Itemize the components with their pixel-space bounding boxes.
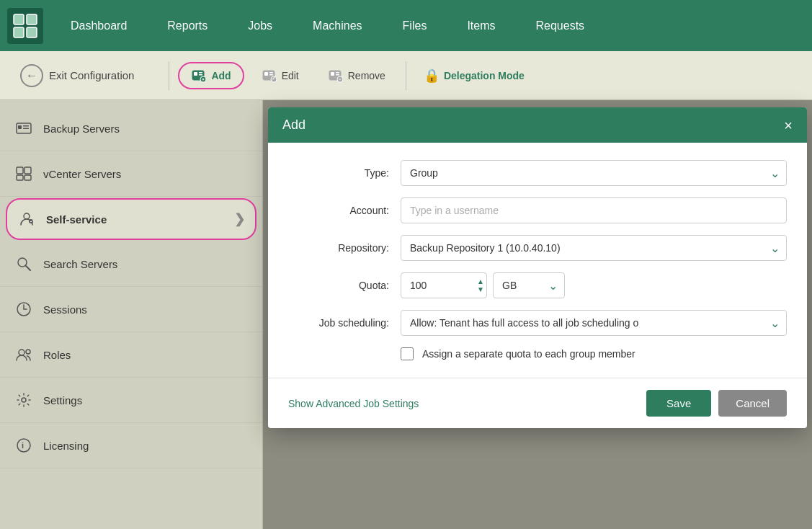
backup-server-icon (14, 119, 33, 138)
sidebar-label-sessions: Sessions (43, 303, 87, 316)
nav-reports[interactable]: Reports (147, 0, 228, 51)
modal-overlay: Add × Type: Group User ⌄ (263, 100, 812, 529)
job-scheduling-select[interactable]: Allow: Tenant has full access to all job… (401, 310, 787, 336)
svg-point-31 (24, 213, 30, 219)
modal-body: Type: Group User ⌄ Account: (268, 143, 807, 378)
svg-rect-27 (17, 167, 23, 174)
search-server-icon (14, 254, 33, 273)
repository-select[interactable]: Backup Repository 1 (10.0.40.10) (401, 235, 787, 261)
svg-rect-6 (199, 72, 202, 74)
job-scheduling-row: Job scheduling: Allow: Tenant has full a… (288, 310, 787, 336)
checkbox-row: Assign a separate quota to each group me… (401, 347, 787, 360)
svg-point-36 (19, 350, 24, 355)
sidebar-item-self-service[interactable]: Self-service ❯ (6, 198, 256, 240)
quota-row: Quota: ▲ ▼ (288, 272, 787, 298)
app-logo (7, 8, 43, 44)
quota-unit-select-wrapper: GB TB MB ⌄ (493, 272, 565, 298)
exit-configuration-button[interactable]: ← Exit Configuration (12, 58, 143, 93)
remove-button-label: Remove (348, 70, 385, 81)
svg-text:i: i (22, 441, 24, 450)
add-button[interactable]: Add (178, 62, 244, 89)
quota-decrement-button[interactable]: ▼ (477, 286, 484, 293)
nav-requests[interactable]: Requests (516, 0, 605, 51)
modal-footer: Show Advanced Job Settings Save Cancel (268, 378, 807, 428)
quota-unit-select[interactable]: GB TB MB (493, 272, 565, 298)
svg-rect-10 (203, 78, 204, 80)
sidebar-item-sessions[interactable]: Sessions (0, 287, 262, 332)
edit-button[interactable]: Edit (250, 62, 311, 89)
add-button-label: Add (211, 70, 231, 81)
job-scheduling-select-wrapper: Allow: Tenant has full access to all job… (401, 310, 787, 336)
edit-button-label: Edit (282, 70, 299, 81)
main-layout: Backup Servers vCenter Servers (0, 100, 812, 529)
quota-spinners: ▲ ▼ (477, 278, 484, 293)
quota-input-wrapper: ▲ ▼ (401, 272, 487, 298)
type-label: Type: (288, 167, 389, 179)
nav-dashboard[interactable]: Dashboard (50, 0, 147, 51)
quota-input[interactable] (401, 272, 487, 298)
sidebar-label-roles: Roles (43, 349, 71, 361)
repository-row: Repository: Backup Repository 1 (10.0.40… (288, 235, 787, 261)
nav-machines[interactable]: Machines (293, 0, 382, 51)
svg-rect-29 (17, 175, 23, 180)
modal-close-button[interactable]: × (784, 118, 793, 133)
edit-icon (262, 68, 277, 84)
sidebar-label-vcenter-servers: vCenter Servers (43, 168, 121, 180)
toolbar-divider-2 (406, 61, 406, 90)
sidebar-item-licensing[interactable]: i Licensing (0, 423, 262, 468)
delegation-mode-button[interactable]: 🔒 Delegation Mode (415, 62, 533, 89)
advanced-job-settings-link[interactable]: Show Advanced Job Settings (288, 398, 419, 409)
repository-select-wrapper: Backup Repository 1 (10.0.40.10) ⌄ (401, 235, 787, 261)
job-scheduling-label: Job scheduling: (288, 317, 389, 329)
svg-rect-5 (194, 72, 197, 76)
back-arrow-icon: ← (20, 64, 43, 87)
svg-rect-20 (336, 74, 339, 76)
sidebar-item-settings[interactable]: Settings (0, 378, 262, 423)
nav-files[interactable]: Files (383, 0, 447, 51)
settings-icon (14, 391, 33, 409)
svg-point-32 (29, 219, 33, 223)
group-quota-label: Assign a separate quota to each group me… (422, 348, 635, 360)
exit-configuration-label: Exit Configuration (49, 69, 134, 81)
sidebar-label-licensing: Licensing (43, 440, 89, 452)
sidebar-item-vcenter-servers[interactable]: vCenter Servers (0, 151, 262, 197)
repository-label: Repository: (288, 242, 389, 254)
sidebar-item-search-servers[interactable]: Search Servers (0, 241, 262, 287)
svg-line-34 (26, 266, 30, 270)
svg-rect-30 (24, 175, 31, 180)
sidebar-label-backup-servers: Backup Servers (43, 123, 120, 135)
svg-rect-24 (18, 125, 22, 129)
sidebar-item-backup-servers[interactable]: Backup Servers (0, 106, 262, 151)
cancel-button[interactable]: Cancel (718, 390, 787, 417)
type-select-wrapper: Group User ⌄ (401, 160, 787, 186)
svg-rect-25 (23, 125, 29, 127)
svg-rect-1 (27, 14, 37, 25)
sidebar-arrow-icon: ❯ (234, 211, 245, 227)
type-select[interactable]: Group User (401, 160, 787, 186)
toolbar: ← Exit Configuration Add (0, 51, 812, 100)
account-label: Account: (288, 205, 389, 216)
modal-title: Add (282, 117, 305, 133)
group-quota-checkbox[interactable] (401, 347, 414, 360)
sidebar: Backup Servers vCenter Servers (0, 100, 263, 529)
quota-controls: ▲ ▼ GB TB MB (401, 272, 787, 298)
sidebar-label-self-service: Self-service (46, 213, 107, 226)
svg-point-33 (18, 258, 27, 267)
remove-button[interactable]: Remove (316, 62, 397, 89)
svg-rect-18 (331, 72, 334, 76)
sidebar-item-roles[interactable]: Roles (0, 332, 262, 378)
add-icon (191, 68, 207, 84)
modal-footer-buttons: Save Cancel (646, 390, 787, 417)
quota-increment-button[interactable]: ▲ (477, 278, 484, 285)
add-modal: Add × Type: Group User ⌄ (268, 107, 807, 428)
sidebar-label-settings: Settings (43, 394, 82, 406)
nav-items[interactable]: Items (447, 0, 515, 51)
account-row: Account: (288, 197, 787, 223)
svg-rect-28 (24, 167, 31, 174)
lock-icon: 🔒 (424, 68, 440, 84)
svg-rect-12 (264, 72, 268, 76)
account-input[interactable] (401, 197, 787, 223)
save-button[interactable]: Save (646, 390, 711, 417)
svg-rect-0 (14, 14, 24, 25)
nav-jobs[interactable]: Jobs (228, 0, 293, 51)
